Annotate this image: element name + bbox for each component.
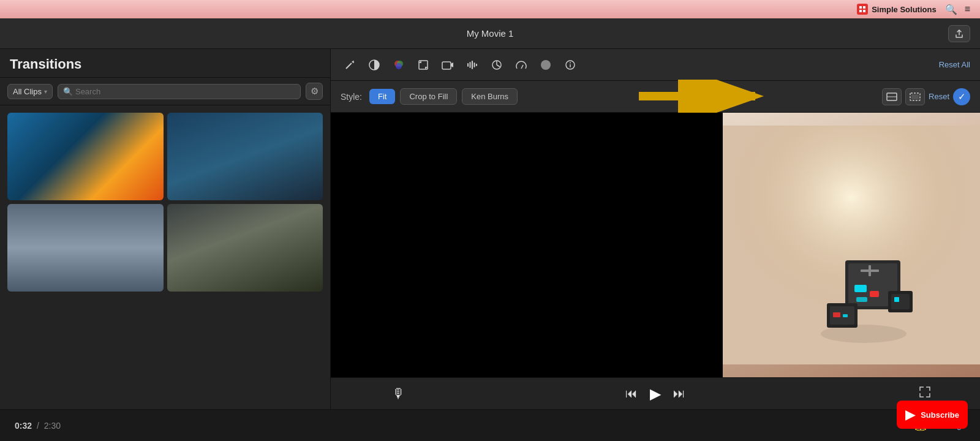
svg-rect-45 [843,314,848,317]
playback-controls: 🎙 ⏮ ▶ ⏭ [331,377,980,409]
clip-grid [0,105,330,299]
crop-view-button[interactable] [905,88,925,105]
expand-icon[interactable] [919,386,931,401]
svg-rect-1 [863,6,865,9]
clip-thumbnail-4[interactable] [167,204,323,292]
stabilize-button[interactable] [537,56,555,74]
video-preview [331,113,980,377]
time-divider: / [37,421,39,431]
search-input[interactable] [75,87,295,96]
svg-point-49 [821,325,907,343]
brand-icon [857,4,868,15]
svg-rect-47 [891,294,910,309]
svg-rect-3 [863,10,865,12]
style-label: Style: [341,92,362,102]
svg-line-22 [497,65,500,67]
menu-icon-top[interactable]: ≡ [965,4,970,15]
svg-line-4 [346,63,352,69]
svg-rect-19 [476,64,477,66]
svg-point-11 [396,63,402,69]
svg-rect-18 [474,62,475,67]
svg-rect-13 [442,62,451,69]
arrow-annotation [522,80,877,113]
svg-rect-32 [911,94,919,99]
contrast-button[interactable] [365,56,383,74]
svg-point-26 [570,62,571,63]
search-icon-top[interactable]: 🔍 [945,4,957,15]
crop-button[interactable] [414,56,432,74]
search-box: 🔍 [58,84,301,99]
audio-button[interactable] [463,56,481,74]
camera-button[interactable] [439,56,457,74]
clip-thumbnail-1[interactable] [7,113,164,200]
youtube-icon: ▶ [905,407,916,423]
robot-visual [723,113,980,377]
speed-button[interactable] [512,56,530,74]
svg-rect-17 [472,61,473,69]
crop-to-fill-button[interactable]: Crop to Fill [400,88,457,105]
current-time: 0:32 [15,421,32,431]
confirm-button[interactable]: ✓ [953,88,970,105]
brand-label: Simple Solutions [872,5,936,14]
check-icon: ✓ [958,91,966,102]
reset-all-button[interactable]: Reset All [939,60,970,69]
panel-title: Transitions [0,49,330,78]
skip-back-button[interactable]: ⏮ [625,386,638,401]
clips-chevron-icon: ▾ [44,88,47,95]
graph-button[interactable] [488,56,506,74]
time-display: 0:32 / 2:30 [15,421,61,431]
microphone-icon[interactable]: 🎙 [392,386,405,402]
svg-rect-15 [467,63,469,67]
view-controls: Reset ✓ [882,88,970,105]
clips-label: All Clips [13,87,42,96]
info-button[interactable] [561,56,579,74]
fit-button[interactable]: Fit [369,89,395,104]
play-pause-button[interactable]: ▶ [650,385,661,402]
ken-burns-button[interactable]: Ken Burns [462,88,518,105]
search-icon: 🔍 [63,87,73,96]
svg-rect-48 [894,297,899,302]
top-bar-icons: 🔍 ≡ [945,4,970,15]
video-left-area [331,113,723,377]
svg-rect-39 [856,297,867,302]
video-right-area [723,113,980,377]
arrow-svg [633,80,767,113]
title-bar: My Movie 1 [0,18,980,49]
style-reset-button[interactable]: Reset [929,92,949,101]
svg-line-5 [352,61,353,62]
clip-thumbnail-2[interactable] [167,113,323,200]
style-bar: Style: Fit Crop to Fill Ken Burns [331,81,980,113]
svg-rect-38 [870,291,879,297]
brand-area: Simple Solutions [857,4,936,15]
gear-icon: ⚙ [311,86,318,97]
top-bar: Simple Solutions 🔍 ≡ [0,0,980,18]
robot-scene [723,126,980,364]
clips-select[interactable]: All Clips ▾ [7,84,53,99]
movie-title: My Movie 1 [467,28,514,39]
svg-rect-2 [859,10,862,12]
bottom-bar: 0:32 / 2:30 🔔 Settings [0,409,980,441]
svg-line-23 [521,65,523,69]
youtube-subscribe-button[interactable]: ▶ Subscribe [897,401,968,429]
filter-settings-button[interactable]: ⚙ [306,83,323,100]
total-time: 2:30 [44,421,61,431]
subscribe-label: Subscribe [921,410,959,420]
svg-rect-0 [859,6,862,9]
video-toolbar: Reset All [331,49,980,81]
panel-toolbar: All Clips ▾ 🔍 ⚙ [0,78,330,105]
magic-wand-button[interactable] [341,56,359,74]
share-button[interactable] [948,25,970,42]
svg-rect-16 [470,62,471,68]
main-layout: Transitions All Clips ▾ 🔍 ⚙ [0,49,980,409]
svg-rect-12 [419,61,428,69]
clip-thumbnail-3[interactable] [7,204,164,292]
color-button[interactable] [390,56,408,74]
left-panel: Transitions All Clips ▾ 🔍 ⚙ [0,49,331,409]
svg-rect-37 [854,285,867,292]
fit-view-button[interactable] [882,88,902,105]
svg-rect-41 [869,265,871,276]
skip-forward-button[interactable]: ⏭ [673,386,685,401]
svg-rect-44 [833,312,840,317]
right-panel: Reset All Style: Fit Crop to Fill Ken Bu… [331,49,980,409]
